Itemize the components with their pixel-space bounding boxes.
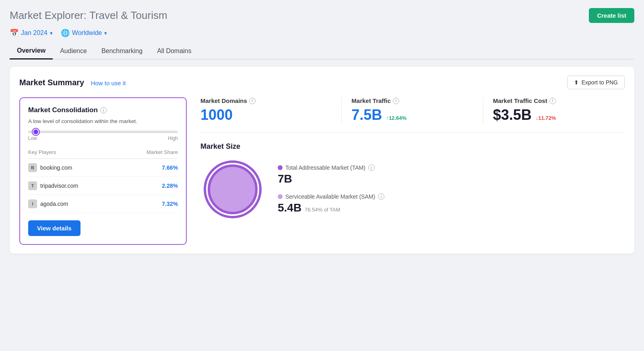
- card-header: Market Summary How to use it ⬆ Export to…: [19, 76, 625, 89]
- legend-sam-label-row: Serviceable Available Market (SAM) i: [278, 193, 384, 200]
- metric-market-domains: Market Domains i 1000: [200, 97, 342, 123]
- table-row: B booking.com 7.66%: [28, 159, 178, 177]
- tam-label: Total Addressable Market (TAM): [285, 164, 365, 171]
- player-domain-cell: T tripadvisor.com: [28, 177, 120, 195]
- domain-name: tripadvisor.com: [40, 183, 78, 189]
- domain-favicon: I: [28, 199, 37, 208]
- market-summary-card: Market Summary How to use it ⬆ Export to…: [10, 67, 634, 254]
- sam-label: Serviceable Available Market (SAM): [285, 193, 375, 200]
- filter-row: 📅 Jan 2024 ▾ 🌐 Worldwide ▾: [10, 29, 634, 37]
- card-title-group: Market Summary How to use it: [19, 78, 126, 87]
- metric-domains-label-text: Market Domains: [200, 97, 247, 104]
- legend-tam-label-row: Total Addressable Market (TAM) i: [278, 164, 384, 171]
- tab-overview[interactable]: Overview: [10, 43, 53, 60]
- player-share-cell: 7.66%: [120, 159, 178, 177]
- card-title: Market Summary: [19, 78, 84, 87]
- metric-traffic-label-text: Market Traffic: [351, 97, 391, 104]
- slider-low-label: Low: [28, 135, 37, 141]
- export-icon: ⬆: [574, 79, 579, 86]
- metric-domains-info-icon[interactable]: i: [249, 98, 256, 104]
- metric-cost-info-icon[interactable]: i: [549, 98, 556, 104]
- location-filter-label: Worldwide: [72, 29, 102, 37]
- content-grid: Market Consolidation i A low level of co…: [19, 97, 625, 245]
- market-size-donut-chart: [200, 157, 265, 222]
- sam-value-row: 5.4B 76.54% of TAM: [278, 201, 384, 214]
- export-button[interactable]: ⬆ Export to PNG: [567, 76, 625, 89]
- page-title: Market Explorer: Travel & Tourism: [10, 9, 167, 22]
- tab-benchmarking[interactable]: Benchmarking: [94, 43, 150, 60]
- title-prefix: Market Explorer:: [10, 9, 87, 21]
- slider-labels: Low High: [28, 135, 178, 141]
- col-market-share: Market Share: [120, 149, 178, 159]
- domain-name: agoda.com: [40, 201, 68, 207]
- market-size-content: Total Addressable Market (TAM) i 7B Serv…: [200, 157, 625, 222]
- table-row: T tripadvisor.com 2.28%: [28, 177, 178, 195]
- metric-cost-label: Market Traffic Cost i: [493, 97, 615, 104]
- domain-favicon: T: [28, 181, 37, 190]
- date-chevron-icon: ▾: [50, 30, 53, 36]
- metric-traffic-value: 7.5B ↑12.64%: [351, 107, 473, 123]
- market-size-title: Market Size: [200, 142, 625, 151]
- domain-name: booking.com: [40, 164, 72, 171]
- metric-cost-change: ↓11.72%: [536, 115, 556, 121]
- metric-cost-value: $3.5B ↓11.72%: [493, 107, 615, 123]
- location-chevron-icon: ▾: [104, 30, 107, 36]
- tam-dot: [278, 165, 283, 170]
- player-share-cell: 2.28%: [120, 177, 178, 195]
- metric-domains-value: 1000: [200, 107, 332, 123]
- market-size-section: Market Size: [200, 142, 625, 222]
- metric-domains-label: Market Domains i: [200, 97, 332, 104]
- metric-traffic-label: Market Traffic i: [351, 97, 473, 104]
- right-panel: Market Domains i 1000 Market Traffic i: [196, 97, 625, 245]
- metric-traffic-info-icon[interactable]: i: [393, 98, 399, 104]
- table-row: I agoda.com 7.32%: [28, 195, 178, 213]
- legend-tam: Total Addressable Market (TAM) i 7B: [278, 164, 384, 185]
- metric-market-traffic: Market Traffic i 7.5B ↑12.64%: [342, 97, 483, 123]
- consolidation-slider[interactable]: [28, 131, 178, 133]
- tam-info-icon[interactable]: i: [368, 164, 375, 171]
- consolidation-title-text: Market Consolidation: [28, 106, 98, 114]
- location-filter[interactable]: 🌐 Worldwide ▾: [61, 29, 107, 37]
- legend-sam: Serviceable Available Market (SAM) i 5.4…: [278, 193, 384, 214]
- view-details-button[interactable]: View details: [28, 220, 80, 236]
- market-size-legend: Total Addressable Market (TAM) i 7B Serv…: [278, 164, 384, 214]
- metric-traffic-number: 7.5B: [351, 107, 382, 123]
- key-players-table: Key Players Market Share B booking.com 7…: [28, 149, 178, 213]
- metric-traffic-change: ↑12.64%: [386, 115, 407, 121]
- sam-value: 5.4B: [278, 201, 301, 214]
- metric-domains-number: 1000: [200, 107, 233, 123]
- metrics-row: Market Domains i 1000 Market Traffic i: [200, 97, 625, 133]
- metric-cost-number: $3.5B: [493, 107, 532, 123]
- tam-value: 7B: [278, 172, 384, 185]
- consolidation-info-icon[interactable]: i: [100, 107, 107, 113]
- domain-favicon: B: [28, 163, 37, 172]
- calendar-icon: 📅: [10, 29, 19, 37]
- slider-track: [28, 131, 178, 133]
- player-domain-cell: I agoda.com: [28, 195, 120, 213]
- sam-dot: [278, 194, 283, 199]
- sam-sub: 76.54% of TAM: [305, 207, 340, 213]
- globe-icon: 🌐: [61, 29, 70, 37]
- metric-cost-label-text: Market Traffic Cost: [493, 97, 547, 104]
- tab-audience[interactable]: Audience: [53, 43, 94, 60]
- player-share-cell: 7.32%: [120, 195, 178, 213]
- tab-all-domains[interactable]: All Domains: [150, 43, 198, 60]
- slider-high-label: High: [168, 135, 178, 141]
- nav-tabs: Overview Audience Benchmarking All Domai…: [10, 43, 634, 60]
- svg-point-1: [210, 167, 255, 212]
- title-main: Travel & Tourism: [89, 9, 167, 21]
- consolidation-description: A low level of consolidation within the …: [28, 118, 178, 124]
- consolidation-panel: Market Consolidation i A low level of co…: [19, 97, 187, 245]
- player-domain-cell: B booking.com: [28, 159, 120, 177]
- date-filter-label: Jan 2024: [21, 29, 47, 37]
- consolidation-title: Market Consolidation i: [28, 106, 178, 114]
- how-to-use-link[interactable]: How to use it: [91, 80, 126, 86]
- date-filter[interactable]: 📅 Jan 2024 ▾: [10, 29, 53, 37]
- create-list-button[interactable]: Create list: [589, 8, 634, 23]
- metric-market-traffic-cost: Market Traffic Cost i $3.5B ↓11.72%: [483, 97, 625, 123]
- col-key-players: Key Players: [28, 149, 120, 159]
- sam-info-icon[interactable]: i: [378, 193, 384, 200]
- export-label: Export to PNG: [582, 79, 618, 86]
- slider-thumb: [33, 129, 39, 135]
